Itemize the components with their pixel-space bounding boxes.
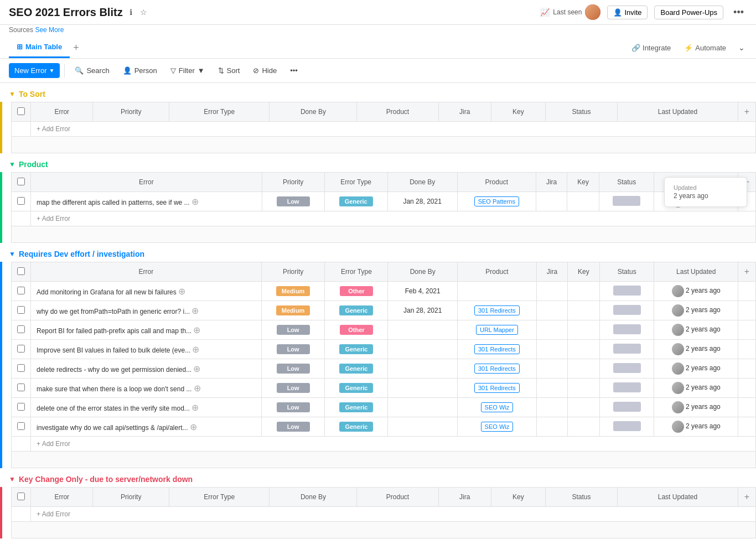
error-type-cell[interactable]: Generic xyxy=(325,417,388,437)
add-column-button[interactable]: + xyxy=(744,267,749,277)
priority-cell[interactable]: Low xyxy=(261,379,325,398)
add-error-cell[interactable]: + Add Error xyxy=(31,437,756,452)
add-error-row[interactable]: + Add Error xyxy=(12,437,756,452)
error-cell[interactable]: make sure that when there is a loop we d… xyxy=(31,379,262,398)
col-checkbox[interactable] xyxy=(12,488,31,507)
col-add[interactable]: + xyxy=(738,262,756,282)
automate-button[interactable]: ⚡ Automate xyxy=(681,42,729,54)
jira-cell[interactable] xyxy=(536,340,567,359)
col-add[interactable]: + xyxy=(738,488,756,507)
key-cell[interactable] xyxy=(567,379,599,398)
product-cell[interactable]: SEO Patterns xyxy=(457,192,536,211)
error-type-cell[interactable]: Generic xyxy=(325,398,388,417)
error-cell[interactable]: investigate why do we call api/settings … xyxy=(31,417,262,437)
add-column-button[interactable]: + xyxy=(744,107,749,117)
col-checkbox[interactable] xyxy=(12,173,31,192)
row-add-icon[interactable]: ⊕ xyxy=(191,403,199,412)
invite-button[interactable]: 👤 Invite xyxy=(607,6,648,19)
product-link[interactable]: SEO Patterns xyxy=(474,196,519,206)
error-cell[interactable]: Report BI for failed path-prefix apis ca… xyxy=(31,320,262,340)
toolbar-more-button[interactable]: ••• xyxy=(284,64,303,77)
error-cell[interactable]: delete one of the error states in the ve… xyxy=(31,398,262,417)
jira-cell[interactable] xyxy=(536,359,567,379)
add-error-cell[interactable]: + Add Error xyxy=(31,507,756,522)
collapse-button[interactable]: ⌄ xyxy=(736,41,747,54)
key-cell[interactable] xyxy=(567,398,599,417)
product-cell[interactable]: 301 Redirects xyxy=(457,379,536,398)
product-cell[interactable]: 301 Redirects xyxy=(457,359,536,379)
status-cell[interactable] xyxy=(599,192,654,211)
col-checkbox[interactable] xyxy=(12,102,31,122)
jira-cell[interactable] xyxy=(536,398,567,417)
status-cell[interactable] xyxy=(599,417,654,437)
row-add-icon[interactable]: ⊕ xyxy=(190,422,197,432)
group-header-to-sort[interactable]: ▼ To Sort xyxy=(0,83,756,102)
row-add-icon[interactable]: ⊕ xyxy=(178,287,185,296)
row-add-icon[interactable]: ⊕ xyxy=(193,325,200,335)
product-cell[interactable]: 301 Redirects xyxy=(457,340,536,359)
add-tab-button[interactable]: + xyxy=(70,38,82,58)
product-cell[interactable]: 301 Redirects xyxy=(457,301,536,320)
key-cell[interactable] xyxy=(567,192,599,211)
status-cell[interactable] xyxy=(599,320,654,340)
jira-cell[interactable] xyxy=(536,379,567,398)
priority-cell[interactable]: Low xyxy=(261,359,325,379)
status-cell[interactable] xyxy=(599,359,654,379)
product-link[interactable]: SEO Wiz xyxy=(481,402,514,412)
status-cell[interactable] xyxy=(599,282,654,301)
integrate-button[interactable]: 🔗 Integrate xyxy=(628,42,674,54)
add-error-cell[interactable]: + Add Error xyxy=(31,122,756,137)
product-cell[interactable] xyxy=(457,282,536,301)
add-error-row[interactable]: + Add Error xyxy=(12,507,756,522)
jira-cell[interactable] xyxy=(536,192,567,211)
row-checkbox[interactable] xyxy=(12,340,31,359)
error-type-cell[interactable]: Other xyxy=(325,282,388,301)
error-type-cell[interactable]: Generic xyxy=(325,359,388,379)
group-header-done[interactable]: ▼ DONE xyxy=(0,538,756,544)
product-cell[interactable]: SEO Wiz xyxy=(457,398,536,417)
col-checkbox[interactable] xyxy=(12,262,31,282)
info-icon-btn[interactable]: ℹ xyxy=(127,7,134,18)
row-checkbox[interactable] xyxy=(12,301,31,320)
add-error-row[interactable]: + Add Error xyxy=(12,122,756,137)
key-cell[interactable] xyxy=(567,417,599,437)
error-type-cell[interactable]: Other xyxy=(325,320,388,340)
error-cell[interactable]: Improve sent BI values in failed to bulk… xyxy=(31,340,262,359)
status-cell[interactable] xyxy=(599,379,654,398)
error-type-cell[interactable]: Generic xyxy=(325,379,388,398)
new-error-button[interactable]: New Error ▼ xyxy=(9,63,60,78)
status-cell[interactable] xyxy=(599,398,654,417)
row-add-icon[interactable]: ⊕ xyxy=(193,364,200,374)
product-cell[interactable]: SEO Wiz xyxy=(457,417,536,437)
see-more-link[interactable]: See More xyxy=(35,26,64,34)
key-cell[interactable] xyxy=(567,359,599,379)
priority-cell[interactable]: Low xyxy=(261,320,325,340)
row-checkbox[interactable] xyxy=(12,417,31,437)
more-options-button[interactable]: ••• xyxy=(730,6,747,19)
add-column-button[interactable]: + xyxy=(744,492,749,502)
product-cell[interactable]: URL Mapper xyxy=(457,320,536,340)
priority-cell[interactable]: Medium xyxy=(261,282,325,301)
error-cell[interactable]: why do we get fromPath=toPath in generic… xyxy=(31,301,262,320)
jira-cell[interactable] xyxy=(536,301,567,320)
key-cell[interactable] xyxy=(567,320,599,340)
star-icon-btn[interactable]: ☆ xyxy=(138,7,149,18)
error-type-cell[interactable]: Generic xyxy=(325,340,388,359)
product-link[interactable]: URL Mapper xyxy=(476,325,518,335)
product-link[interactable]: 301 Redirects xyxy=(474,364,520,374)
priority-cell[interactable]: Low xyxy=(261,417,325,437)
key-cell[interactable] xyxy=(567,282,599,301)
row-add-icon[interactable]: ⊕ xyxy=(191,197,199,206)
search-button[interactable]: 🔍 Search xyxy=(69,64,115,77)
error-cell[interactable]: map the different apis called in pattern… xyxy=(31,192,262,211)
error-type-cell[interactable]: Generic xyxy=(325,301,388,320)
priority-cell[interactable]: Low xyxy=(262,192,324,211)
person-button[interactable]: 👤 Person xyxy=(117,64,163,77)
jira-cell[interactable] xyxy=(536,320,567,340)
error-cell[interactable]: Add monitoring in Grafana for all new bi… xyxy=(31,282,262,301)
status-cell[interactable] xyxy=(599,301,654,320)
add-error-cell[interactable]: + Add Error xyxy=(31,211,756,226)
row-add-icon[interactable]: ⊕ xyxy=(191,306,199,315)
group-header-key-change[interactable]: ▼ Key Change Only - due to server/networ… xyxy=(0,468,756,487)
row-checkbox[interactable] xyxy=(12,192,31,211)
